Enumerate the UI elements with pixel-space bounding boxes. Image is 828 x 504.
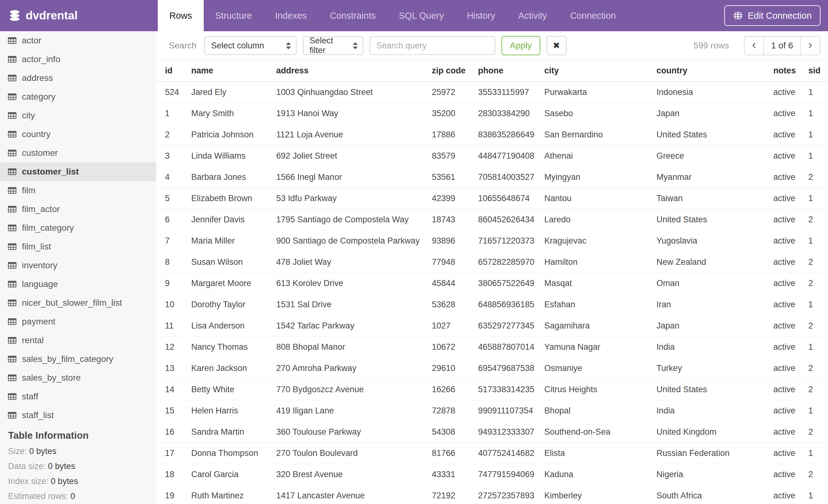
cell-city[interactable]: Kimberley xyxy=(536,485,648,504)
cell-city[interactable]: Laredo xyxy=(536,209,648,230)
search-query-input[interactable] xyxy=(370,36,495,55)
tab-structure[interactable]: Structure xyxy=(204,0,264,31)
cell-zip-code[interactable]: 54308 xyxy=(423,421,469,443)
sidebar-item-sales-by-store[interactable]: sales_by_store xyxy=(0,368,156,387)
sidebar-item-actor-info[interactable]: actor_info xyxy=(0,50,156,69)
cell-notes[interactable]: active xyxy=(764,315,799,336)
cell-city[interactable]: Esfahan xyxy=(536,294,648,315)
table-row[interactable]: 17Donna Thompson270 Toulon Boulevard8176… xyxy=(156,443,828,464)
cell-phone[interactable]: 695479687538 xyxy=(469,358,536,379)
cell-address[interactable]: 900 Santiago de Compostela Parkway xyxy=(267,230,423,251)
cell-id[interactable]: 15 xyxy=(156,400,182,421)
table-row[interactable]: 6Jennifer Davis1795 Santiago de Composte… xyxy=(156,209,828,230)
cell-sid[interactable]: 1 xyxy=(799,188,828,209)
cell-country[interactable]: United States xyxy=(648,379,764,400)
filter-select[interactable]: Select filter xyxy=(303,36,363,55)
cell-notes[interactable]: active xyxy=(764,400,799,421)
cell-id[interactable]: 11 xyxy=(156,315,182,336)
cell-notes[interactable]: active xyxy=(764,188,799,209)
cell-zip-code[interactable]: 29610 xyxy=(423,358,469,379)
cell-address[interactable]: 613 Korolev Drive xyxy=(267,273,423,294)
column-select[interactable]: Select column xyxy=(204,36,296,55)
cell-city[interactable]: Southend-on-Sea xyxy=(536,421,648,443)
cell-notes[interactable]: active xyxy=(764,145,799,167)
cell-sid[interactable]: 2 xyxy=(799,464,828,485)
column-header-city[interactable]: city xyxy=(536,60,648,82)
cell-zip-code[interactable]: 1027 xyxy=(423,315,469,336)
table-row[interactable]: 1Mary Smith1913 Hanoi Way352002830338429… xyxy=(156,103,828,124)
table-row[interactable]: 11Lisa Anderson1542 Tarlac Parkway102763… xyxy=(156,315,828,336)
cell-address[interactable]: 1542 Tarlac Parkway xyxy=(267,315,423,336)
cell-zip-code[interactable]: 53628 xyxy=(423,294,469,315)
sidebar-item-category[interactable]: category xyxy=(0,87,156,106)
tab-activity[interactable]: Activity xyxy=(507,0,559,31)
cell-id[interactable]: 12 xyxy=(156,336,182,358)
cell-country[interactable]: Nigeria xyxy=(648,464,764,485)
cell-name[interactable]: Mary Smith xyxy=(182,103,267,124)
table-row[interactable]: 8Susan Wilson478 Joliet Way7794865728228… xyxy=(156,251,828,273)
cell-notes[interactable]: active xyxy=(764,251,799,273)
cell-phone[interactable]: 517338314235 xyxy=(469,379,536,400)
cell-address[interactable]: 1795 Santiago de Compostela Way xyxy=(267,209,423,230)
cell-city[interactable]: Athenai xyxy=(536,145,648,167)
cell-phone[interactable]: 10655648674 xyxy=(469,188,536,209)
cell-country[interactable]: United States xyxy=(648,124,764,145)
cell-country[interactable]: Japan xyxy=(648,315,764,336)
cell-id[interactable]: 5 xyxy=(156,188,182,209)
cell-zip-code[interactable]: 72878 xyxy=(423,400,469,421)
cell-id[interactable]: 6 xyxy=(156,209,182,230)
cell-city[interactable]: Elista xyxy=(536,443,648,464)
cell-zip-code[interactable]: 45844 xyxy=(423,273,469,294)
cell-country[interactable]: Yugoslavia xyxy=(648,230,764,251)
cell-phone[interactable]: 465887807014 xyxy=(469,336,536,358)
cell-sid[interactable]: 1 xyxy=(799,485,828,504)
clear-filter-button[interactable]: ✖ xyxy=(546,36,567,55)
cell-name[interactable]: Jennifer Davis xyxy=(182,209,267,230)
cell-sid[interactable]: 1 xyxy=(799,400,828,421)
cell-address[interactable]: 270 Toulon Boulevard xyxy=(267,443,423,464)
cell-name[interactable]: Carol Garcia xyxy=(182,464,267,485)
cell-country[interactable]: Japan xyxy=(648,103,764,124)
cell-phone[interactable]: 657282285970 xyxy=(469,251,536,273)
cell-phone[interactable]: 747791594069 xyxy=(469,464,536,485)
cell-address[interactable]: 53 Idfu Parkway xyxy=(267,188,423,209)
column-header-notes[interactable]: notes xyxy=(764,60,799,82)
cell-country[interactable]: United States xyxy=(648,209,764,230)
cell-name[interactable]: Ruth Martinez xyxy=(182,485,267,504)
cell-name[interactable]: Nancy Thomas xyxy=(182,336,267,358)
column-header-address[interactable]: address xyxy=(267,60,423,82)
cell-sid[interactable]: 2 xyxy=(799,273,828,294)
cell-id[interactable]: 16 xyxy=(156,421,182,443)
cell-zip-code[interactable]: 93896 xyxy=(423,230,469,251)
cell-phone[interactable]: 716571220373 xyxy=(469,230,536,251)
cell-city[interactable]: Myingyan xyxy=(536,167,648,188)
cell-notes[interactable]: active xyxy=(764,421,799,443)
sidebar-item-customer-list[interactable]: customer_list xyxy=(0,163,156,181)
cell-sid[interactable]: 1 xyxy=(799,145,828,167)
table-row[interactable]: 2Patricia Johnson1121 Loja Avenue1788683… xyxy=(156,124,828,145)
cell-name[interactable]: Dorothy Taylor xyxy=(182,294,267,315)
cell-sid[interactable]: 1 xyxy=(799,124,828,145)
cell-city[interactable]: Nantou xyxy=(536,188,648,209)
table-row[interactable]: 4Barbara Jones1566 Inegl Manor5356170581… xyxy=(156,167,828,188)
cell-name[interactable]: Sandra Martin xyxy=(182,421,267,443)
next-page-button[interactable]: › xyxy=(801,37,820,55)
table-row[interactable]: 19Ruth Martinez1417 Lancaster Avenue7219… xyxy=(156,485,828,504)
cell-zip-code[interactable]: 83579 xyxy=(423,145,469,167)
cell-id[interactable]: 17 xyxy=(156,443,182,464)
cell-country[interactable]: Greece xyxy=(648,145,764,167)
edit-connection-button[interactable]: Edit Connection xyxy=(724,5,821,26)
cell-id[interactable]: 19 xyxy=(156,485,182,504)
cell-address[interactable]: 808 Bhopal Manor xyxy=(267,336,423,358)
cell-sid[interactable]: 1 xyxy=(799,294,828,315)
cell-address[interactable]: 1417 Lancaster Avenue xyxy=(267,485,423,504)
cell-id[interactable]: 3 xyxy=(156,145,182,167)
cell-country[interactable]: Russian Federation xyxy=(648,443,764,464)
cell-country[interactable]: India xyxy=(648,400,764,421)
cell-notes[interactable]: active xyxy=(764,443,799,464)
cell-city[interactable]: Osmaniye xyxy=(536,358,648,379)
cell-phone[interactable]: 990911107354 xyxy=(469,400,536,421)
column-header-name[interactable]: name xyxy=(182,60,267,82)
table-row[interactable]: 12Nancy Thomas808 Bhopal Manor1067246588… xyxy=(156,336,828,358)
sidebar-item-payment[interactable]: payment xyxy=(0,312,156,331)
